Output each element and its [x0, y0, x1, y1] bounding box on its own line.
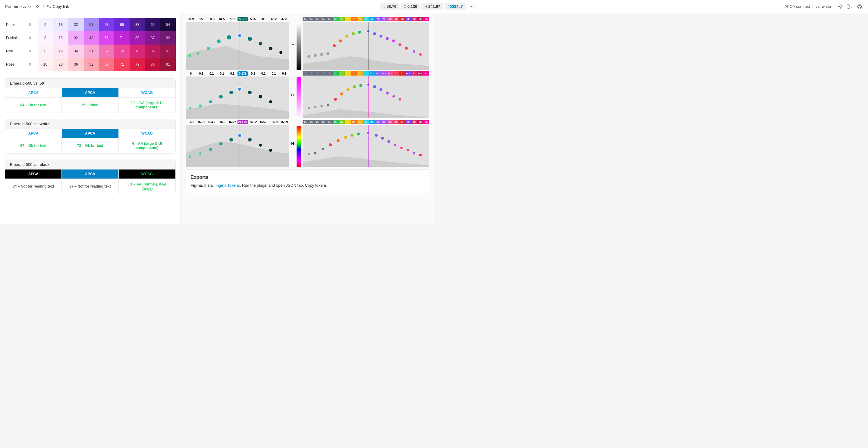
- L-right-num-row: 5555555555637076797672587071686258606266…: [303, 17, 429, 21]
- color-cell[interactable]: 0: [22, 18, 38, 31]
- C-right-num-cell: 0.: [411, 71, 417, 76]
- rdot-18: [419, 53, 422, 56]
- color-cell[interactable]: 86: [145, 44, 160, 58]
- card-body: 67 – Ok for text: [5, 138, 61, 153]
- Cdot-4: [219, 95, 223, 98]
- color-cell[interactable]: 18: [53, 31, 68, 44]
- dot-7: [248, 37, 252, 41]
- edit-icon-btn[interactable]: [34, 3, 41, 10]
- L-right-num-cell: 55: [315, 17, 321, 21]
- L-num-cell: 77.3: [227, 17, 238, 22]
- selected-line: [240, 22, 240, 70]
- rdot-14: [392, 39, 395, 42]
- color-cell[interactable]: 36: [68, 58, 84, 71]
- rdot-12: [379, 35, 382, 38]
- C-num-cell: 0.1: [196, 71, 206, 76]
- copy-link-button[interactable]: Copy link: [43, 3, 72, 10]
- roominess-dropdown[interactable]: Roominess: [5, 4, 31, 9]
- color-cell[interactable]: 34: [68, 44, 84, 58]
- color-cell[interactable]: 79: [130, 58, 145, 71]
- comparison-card: APCA64 – Ok for text: [5, 88, 62, 113]
- color-cell[interactable]: 65: [114, 18, 130, 31]
- color-cell[interactable]: 0: [22, 44, 38, 58]
- color-cell[interactable]: 71: [114, 31, 130, 44]
- Hrdot-6: [344, 136, 347, 139]
- color-cell[interactable]: 83: [130, 18, 145, 31]
- color-cell[interactable]: 52: [84, 58, 99, 71]
- rdot-17: [413, 50, 415, 53]
- C-num-cell: 0.1: [279, 71, 289, 76]
- C-scatter-bg: [186, 76, 289, 118]
- H-num-cell: 168.9: [279, 120, 289, 124]
- H-right-num-cell: 30: [411, 120, 417, 124]
- color-cell[interactable]: 86: [145, 58, 160, 71]
- color-cell[interactable]: 8: [38, 44, 53, 58]
- color-cell[interactable]: 32: [68, 31, 84, 44]
- card-value: 67 – Ok for text: [20, 144, 46, 148]
- card-body: 3.8 – AA (large & UI components): [119, 98, 176, 113]
- chevron-down-icon: [28, 5, 31, 8]
- C-right-num-cell: 0.2: [339, 71, 345, 76]
- color-cell[interactable]: 19: [53, 44, 68, 58]
- color-cell[interactable]: 91: [160, 44, 176, 58]
- Hrdot-16: [413, 152, 415, 154]
- comparison-cards: APCA67 – Ok for textAPCA73 – Ok for text…: [5, 129, 176, 153]
- H-vline: [240, 125, 240, 167]
- color-cell[interactable]: 70: [114, 44, 130, 58]
- card-body: 4 – AA (large & UI components): [119, 138, 176, 153]
- rdot-16: [405, 47, 408, 50]
- Hdot-4: [219, 142, 222, 145]
- color-row-label: Purple: [5, 18, 22, 31]
- card-value: 69 – Nice: [82, 103, 98, 107]
- L-right-num-cell: 79: [351, 17, 357, 21]
- L-num-cell: 43.2: [269, 17, 279, 22]
- dot-3: [207, 47, 210, 50]
- svg-marker-5: [186, 141, 289, 167]
- C-metric: C 0.139: [401, 3, 420, 10]
- color-cell[interactable]: 8: [38, 31, 53, 44]
- color-cell[interactable]: 51: [84, 44, 99, 58]
- comparison-section-1: Emerald-500 vs. whiteAPCA67 – Ok for tex…: [5, 119, 176, 153]
- color-cell[interactable]: 9: [38, 18, 53, 31]
- H-right-num-cell: 70: [345, 120, 351, 124]
- H-right-num-cell: 32: [417, 120, 423, 124]
- Crdot-7: [347, 88, 350, 91]
- color-cell[interactable]: 0: [22, 31, 38, 44]
- color-cell[interactable]: 78: [130, 44, 145, 58]
- figma-tokens-link[interactable]: Figma Tokens: [216, 183, 240, 187]
- L-right-num-cell: 65: [423, 17, 429, 21]
- comparison-cards: APCA64 – Ok for textAPCA69 – NiceWCAG3.8…: [5, 88, 176, 113]
- color-cell[interactable]: 62: [99, 44, 114, 58]
- color-cell[interactable]: 54: [160, 18, 176, 31]
- color-cell[interactable]: 91: [160, 58, 176, 71]
- card-header: WCAG: [119, 129, 176, 138]
- color-cell[interactable]: 63: [99, 18, 114, 31]
- Crdot-6: [340, 93, 343, 96]
- color-cell[interactable]: 92: [160, 31, 176, 44]
- color-cell[interactable]: 20: [53, 58, 68, 71]
- Hrdot-4: [329, 143, 332, 146]
- color-cell[interactable]: 18: [53, 18, 68, 31]
- card-header: WCAG: [119, 88, 176, 98]
- H-num-cell: 166.1: [186, 120, 196, 124]
- color-cell[interactable]: 51: [84, 18, 99, 31]
- rdot-7: [345, 35, 348, 38]
- color-cell[interactable]: 87: [145, 31, 160, 44]
- color-cell[interactable]: 80: [130, 31, 145, 44]
- H-label: H: [424, 4, 427, 9]
- color-cell[interactable]: 65: [145, 18, 160, 31]
- Hrdot-5: [337, 139, 340, 142]
- color-cell[interactable]: 63: [99, 58, 114, 71]
- C-num-cell: 0.139: [238, 71, 248, 76]
- C-gradient-bar: [297, 77, 301, 118]
- color-cell[interactable]: 0: [22, 58, 38, 71]
- color-cell[interactable]: 10: [38, 58, 53, 71]
- color-cell[interactable]: 48: [84, 31, 99, 44]
- card-header: APCA: [5, 170, 61, 179]
- rdot-1: [307, 55, 310, 58]
- right-panel: 97.99590.584.577.358.7659.650.843.237.8: [181, 13, 434, 224]
- svg-marker-6: [303, 156, 429, 167]
- color-cell[interactable]: 32: [68, 18, 84, 31]
- color-cell[interactable]: 71: [114, 58, 130, 71]
- color-cell[interactable]: 61: [99, 31, 114, 44]
